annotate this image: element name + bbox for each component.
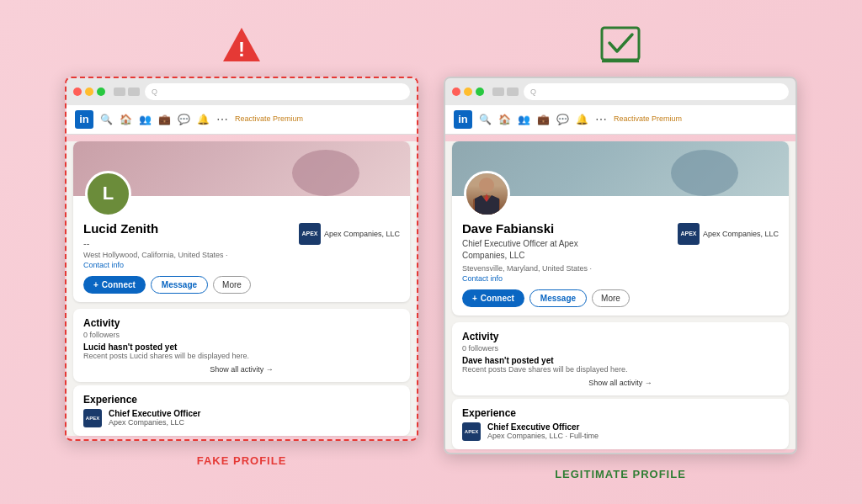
fake-activity-title: Activity: [83, 317, 400, 329]
linkedin-logo-legit: in: [454, 110, 472, 129]
connect-icon-legit: +: [472, 294, 477, 303]
legit-company-name: Apex Companies, LLC: [703, 230, 779, 238]
legit-activity-desc: Recent posts Dave shares will be display…: [462, 365, 779, 374]
legit-connect-button[interactable]: + Connect: [462, 289, 524, 307]
svg-point-4: [479, 178, 494, 193]
traffic-lights-legit: [452, 88, 484, 96]
legit-profile-banner: [452, 141, 789, 196]
maximize-button[interactable]: [97, 88, 105, 96]
fake-browser-window: Q in 🔍 🏠 👥 💼 💬 🔔 ⋯ Reactivate Premium: [65, 77, 418, 441]
fake-job-title: Chief Executive Officer: [109, 409, 200, 418]
legit-activity-headline: Dave hasn't posted yet: [462, 356, 779, 365]
svg-rect-2: [602, 28, 639, 60]
legit-profile-content: APEX Apex Companies, LLC Dave Fabianski …: [445, 141, 795, 449]
fake-exp-logo: APEX: [83, 409, 102, 427]
banner-decoration: [292, 150, 359, 196]
legitimate-profile-wrapper: Q in 🔍 🏠 👥 💼 💬 🔔 ⋯ Reactivate Premium: [444, 24, 797, 480]
close-button[interactable]: [73, 88, 82, 96]
fake-address-bar[interactable]: Q: [145, 83, 410, 100]
network-icon[interactable]: 👥: [139, 114, 152, 125]
fake-profile-content: L APEX Apex Companies, LLC Lucid Zenith …: [67, 141, 417, 436]
legit-action-buttons: + Connect Message More: [462, 289, 779, 307]
fake-profile-banner: L: [73, 141, 410, 196]
fake-show-all[interactable]: Show all activity →: [83, 365, 400, 374]
legit-contact-info[interactable]: Contact info: [462, 274, 779, 283]
legit-exp-details: Chief Executive Officer Apex Companies, …: [487, 422, 599, 440]
fake-experience-section: Experience APEX Chief Executive Officer …: [73, 385, 410, 436]
home-icon-legit[interactable]: 🏠: [498, 114, 511, 125]
fake-connect-button[interactable]: + Connect: [83, 276, 146, 294]
legit-more-button[interactable]: More: [592, 289, 630, 307]
address-text-legit: Q: [530, 88, 536, 96]
warning-icon: !: [221, 24, 263, 68]
nav-forward-legit[interactable]: [507, 88, 519, 96]
maximize-button-legit[interactable]: [476, 88, 484, 96]
fake-company-logo: APEX: [299, 223, 321, 245]
connect-icon: +: [93, 280, 98, 289]
legit-address-bar[interactable]: Q: [524, 83, 789, 100]
legit-profile-location: Stevensville, Maryland, United States ·: [462, 264, 779, 273]
nav-back-legit[interactable]: [492, 88, 504, 96]
legit-exp-item: APEX Chief Executive Officer Apex Compan…: [462, 422, 779, 441]
fake-action-buttons: + Connect Message More: [83, 276, 400, 294]
fake-experience-title: Experience: [83, 394, 400, 406]
network-icon-legit[interactable]: 👥: [518, 114, 530, 125]
address-text: Q: [152, 88, 157, 96]
fake-more-button[interactable]: More: [213, 276, 251, 294]
fake-activity-section: Activity 0 followers Lucid hasn't posted…: [73, 309, 410, 382]
fake-company-badge: APEX Apex Companies, LLC: [299, 223, 400, 245]
reactivate-link[interactable]: Reactivate Premium: [235, 114, 303, 125]
fake-browser-bar: Q: [67, 78, 417, 105]
jobs-icon[interactable]: 💼: [158, 114, 171, 125]
svg-text:!: !: [238, 38, 245, 61]
legit-profile-card: APEX Apex Companies, LLC Dave Fabianski …: [452, 141, 789, 316]
main-container: ! Q in: [48, 8, 814, 497]
fake-profile-info: APEX Apex Companies, LLC Lucid Zenith --…: [73, 196, 410, 302]
fake-message-button[interactable]: Message: [151, 276, 208, 294]
grid-icon-legit[interactable]: ⋯: [595, 113, 607, 126]
messages-icon-legit[interactable]: 💬: [556, 114, 569, 125]
reactivate-link-legit[interactable]: Reactivate Premium: [614, 114, 682, 125]
legit-company-logo: APEX: [678, 223, 700, 245]
nav-forward[interactable]: [128, 88, 140, 96]
fake-activity-desc: Recent posts Lucid shares will be displa…: [83, 352, 400, 360]
search-icon[interactable]: 🔍: [100, 114, 113, 125]
search-icon-legit[interactable]: 🔍: [479, 114, 492, 125]
banner-decoration-legit: [671, 150, 738, 196]
jobs-icon-legit[interactable]: 💼: [537, 114, 550, 125]
close-button-legit[interactable]: [452, 88, 460, 96]
fake-profile-location: West Hollywood, California, United State…: [83, 251, 400, 259]
legitimate-browser-window: Q in 🔍 🏠 👥 💼 💬 🔔 ⋯ Reactivate Premium: [444, 77, 797, 454]
legit-activity-followers: 0 followers: [462, 344, 779, 353]
home-icon[interactable]: 🏠: [120, 114, 132, 125]
minimize-button[interactable]: [85, 88, 93, 96]
messages-icon[interactable]: 💬: [178, 114, 190, 125]
window-controls-legit: [492, 88, 519, 96]
traffic-lights: [73, 88, 105, 96]
fake-activity-headline: Lucid hasn't posted yet: [83, 342, 400, 352]
notifications-icon[interactable]: 🔔: [197, 114, 210, 125]
fake-exp-details: Chief Executive Officer Apex Companies, …: [109, 409, 200, 427]
window-controls: [114, 88, 140, 96]
fake-profile-card: L APEX Apex Companies, LLC Lucid Zenith …: [73, 141, 410, 302]
fake-profile-label: FAKE PROFILE: [197, 454, 287, 467]
legitimate-browser-bar: Q: [445, 78, 795, 105]
checkmark-icon: [599, 24, 642, 68]
minimize-button-legit[interactable]: [464, 88, 472, 96]
legit-show-all[interactable]: Show all activity →: [462, 379, 779, 387]
fake-company-name: Apex Companies, LLC: [324, 230, 400, 238]
fake-activity-followers: 0 followers: [83, 331, 400, 339]
nav-back[interactable]: [114, 88, 125, 96]
legit-message-button[interactable]: Message: [529, 289, 587, 307]
notifications-icon-legit[interactable]: 🔔: [576, 114, 588, 125]
legit-exp-company: Apex Companies, LLC · Full-time: [487, 432, 599, 440]
legit-job-title: Chief Executive Officer: [487, 422, 599, 432]
legit-exp-logo: APEX: [462, 422, 481, 441]
legit-activity-title: Activity: [462, 331, 779, 342]
legit-activity-section: Activity 0 followers Dave hasn't posted …: [452, 322, 789, 395]
fake-contact-info[interactable]: Contact info: [83, 261, 400, 269]
legit-linkedin-nav: in 🔍 🏠 👥 💼 💬 🔔 ⋯ Reactivate Premium: [445, 105, 795, 135]
legit-profile-info: APEX Apex Companies, LLC Dave Fabianski …: [452, 196, 789, 316]
fake-exp-item: APEX Chief Executive Officer Apex Compan…: [83, 409, 400, 427]
grid-icon[interactable]: ⋯: [216, 113, 228, 126]
